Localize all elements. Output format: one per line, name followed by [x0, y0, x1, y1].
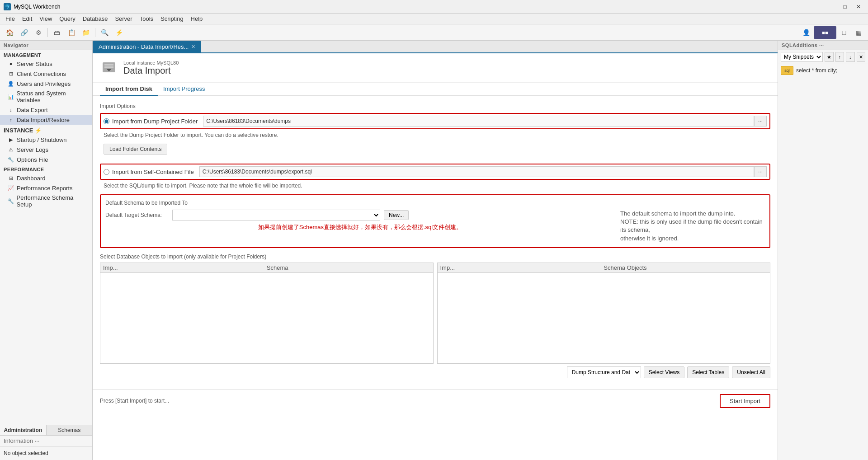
menu-view[interactable]: View — [36, 14, 56, 23]
minimize-button[interactable]: ─ — [826, 2, 837, 11]
radio2-label: Import from Self-Contained File — [112, 169, 194, 175]
tab-schemas[interactable]: Schemas — [47, 425, 93, 435]
browse-folder-btn[interactable]: ··· — [754, 116, 767, 127]
nav-perf-reports[interactable]: 📈 Performance Reports — [0, 183, 92, 193]
toolbar-btn-4[interactable]: 🗃 — [50, 26, 64, 39]
new-schema-btn[interactable]: New... — [384, 210, 409, 220]
nav-perf-schema[interactable]: 🔧 Performance Schema Setup — [0, 193, 92, 209]
self-contained-path-input[interactable] — [199, 166, 754, 177]
menu-database[interactable]: Database — [79, 14, 112, 23]
nav-client-connections[interactable]: ⊞ Client Connections — [0, 69, 92, 79]
nav-options-file[interactable]: 🔧 Options File — [0, 155, 92, 164]
menu-help[interactable]: Help — [187, 14, 207, 23]
main-layout: Navigator MANAGEMENT ● Server Status ⊞ C… — [0, 41, 868, 460]
dashboard-icon: ⊞ — [7, 174, 14, 182]
sql-snippet-item[interactable]: sql select * from city; — [778, 64, 868, 77]
data-export-icon: ↓ — [7, 106, 14, 113]
toolbar-btn-right-3[interactable]: □ — [837, 26, 851, 39]
toolbar-btn-8[interactable]: ⚡ — [112, 26, 126, 39]
svg-rect-2 — [104, 66, 113, 68]
tab-bar: Administration - Data Import/Res... ✕ — [93, 41, 778, 53]
db-objects-header: Imp... Schema Objects — [438, 263, 770, 273]
tab-label: Administration - Data Import/Res... — [99, 43, 189, 50]
toolbar-btn-right-1[interactable]: 👤 — [799, 26, 813, 39]
db-objects-grid: Imp... Schema Imp... Schema Objects — [100, 263, 770, 364]
menu-file[interactable]: File — [2, 14, 19, 23]
nav-data-export[interactable]: ↓ Data Export — [0, 105, 92, 115]
nav-data-import[interactable]: ↑ Data Import/Restore — [0, 115, 92, 125]
toolbar-btn-2[interactable]: 🔗 — [17, 26, 31, 39]
nav-info-text: No object selected — [0, 446, 92, 460]
db-schema-header: Imp... Schema — [100, 263, 433, 273]
footer-status: Press [Start Import] to start... — [100, 398, 169, 404]
maximize-button[interactable]: □ — [839, 2, 851, 11]
menu-bar: File Edit View Query Database Server Too… — [0, 14, 868, 24]
snippets-select[interactable]: My Snippets — [781, 52, 823, 62]
toolbar-btn-3[interactable]: ⚙ — [32, 26, 45, 39]
unselect-all-btn[interactable]: Unselect All — [732, 366, 770, 378]
tab-administration[interactable]: Administration — [0, 425, 47, 435]
select-views-btn[interactable]: Select Views — [644, 366, 684, 378]
nav-startup-shutdown[interactable]: ▶ Startup / Shutdown — [0, 135, 92, 145]
nav-status-variables[interactable]: 📊 Status and System Variables — [0, 89, 92, 105]
nav-status-label: Status and System Variables — [16, 90, 89, 103]
client-connections-icon: ⊞ — [7, 70, 14, 77]
browse-file-btn[interactable]: ··· — [754, 166, 767, 177]
toolbar-btn-right-2[interactable]: ■■ — [814, 26, 836, 39]
snippet-delete-btn[interactable]: ✕ — [857, 52, 866, 62]
nav-users-privileges[interactable]: 👤 Users and Privileges — [0, 79, 92, 89]
nav-server-logs[interactable]: ⚠ Server Logs — [0, 145, 92, 155]
nav-server-status[interactable]: ● Server Status — [0, 59, 92, 69]
import-body: Import Options Import from Dump Project … — [93, 96, 778, 389]
snippet-down-btn[interactable]: ↓ — [846, 52, 855, 62]
sql-additions-toolbar: My Snippets ★ ↑ ↓ ✕ — [778, 50, 868, 64]
nav-dashboard[interactable]: ⊞ Dashboard — [0, 173, 92, 183]
import-title: Data Import — [123, 66, 179, 76]
toolbar-btn-1[interactable]: 🏠 — [3, 26, 16, 39]
import-footer: Press [Start Import] to start... Start I… — [93, 389, 778, 413]
toolbar-btn-5[interactable]: 📋 — [65, 26, 78, 39]
toolbar-btn-right-4[interactable]: ▦ — [852, 26, 865, 39]
schema-panel-col1: Imp... — [103, 264, 267, 271]
menu-scripting[interactable]: Scripting — [157, 14, 187, 23]
close-button[interactable]: ✕ — [853, 2, 864, 11]
toolbar-btn-6[interactable]: 📁 — [79, 26, 93, 39]
load-folder-btn[interactable]: Load Folder Contents — [104, 144, 167, 155]
main-tab-import[interactable]: Administration - Data Import/Res... ✕ — [93, 41, 201, 52]
radio1-label: Import from Dump Project Folder — [112, 118, 198, 125]
app-title: MySQL Workbench — [14, 4, 826, 10]
start-import-btn[interactable]: Start Import — [720, 394, 770, 408]
import-tab-disk[interactable]: Import from Disk — [100, 83, 158, 96]
dump-folder-path-input[interactable] — [203, 116, 754, 127]
instance-icon: ⚡ — [35, 127, 42, 134]
objects-panel-col2: Schema Objects — [604, 264, 767, 271]
instance-header: INSTANCE ⚡ — [0, 125, 92, 135]
dump-type-select[interactable]: Dump Structure and Dat — [567, 366, 641, 378]
radio-dump-folder[interactable] — [104, 118, 109, 124]
schema-select[interactable] — [172, 210, 380, 221]
toolbar-btn-7[interactable]: 🔍 — [98, 26, 111, 39]
menu-tools[interactable]: Tools — [136, 14, 157, 23]
schema-row: Default Target Schema: New... — [105, 210, 615, 221]
snippet-up-btn[interactable]: ↑ — [835, 52, 844, 62]
nav-perf-reports-label: Performance Reports — [17, 185, 73, 192]
select-tables-btn[interactable]: Select Tables — [687, 366, 729, 378]
nav-startup-label: Startup / Shutdown — [17, 136, 67, 143]
nav-perf-schema-label: Performance Schema Setup — [17, 194, 89, 208]
nav-dashboard-label: Dashboard — [17, 175, 46, 182]
import-tab-progress[interactable]: Import Progress — [158, 83, 210, 96]
tab-close-icon[interactable]: ✕ — [191, 44, 195, 50]
schema-note-line1: The default schema to import the dump in… — [620, 210, 765, 218]
menu-edit[interactable]: Edit — [19, 14, 36, 23]
nav-data-import-label: Data Import/Restore — [17, 117, 70, 123]
menu-query[interactable]: Query — [56, 14, 79, 23]
nav-options-file-label: Options File — [17, 156, 48, 163]
snippet-add-btn[interactable]: ★ — [825, 52, 834, 62]
menu-server[interactable]: Server — [111, 14, 136, 23]
sql-snippet-text: select * from city; — [796, 67, 837, 74]
radio-self-contained[interactable] — [104, 169, 109, 175]
schema-note-line3: otherwise it is ignored. — [620, 235, 765, 243]
help-text-1: Select the Dump Project Folder to import… — [104, 132, 770, 138]
help-text-2: Select the SQL/dump file to import. Plea… — [104, 183, 770, 189]
import-options-title: Import Options — [100, 103, 770, 109]
